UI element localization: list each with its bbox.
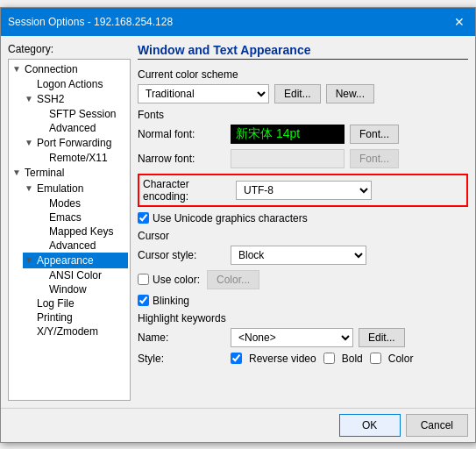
highlight-style-label: Style:: [138, 353, 225, 365]
close-button[interactable]: ✕: [451, 13, 468, 31]
tree-item-terminal[interactable]: ▼ Terminal: [11, 165, 128, 181]
color-button: Color...: [207, 270, 259, 289]
highlight-name-label: Name:: [138, 331, 225, 344]
narrow-font-row: Narrow font: Font...: [138, 149, 468, 168]
highlight-name-row: Name: <None> Edit...: [138, 328, 468, 347]
narrow-font-button: Font...: [350, 149, 399, 168]
tree-item-emulation[interactable]: ▼ Emulation: [23, 181, 128, 196]
highlight-keywords-label: Highlight keywords: [138, 312, 468, 324]
cursor-style-label: Cursor style:: [138, 249, 225, 261]
narrow-font-label: Narrow font:: [138, 153, 225, 165]
tree-label-connection: Connection: [25, 63, 78, 75]
tree-item-emacs[interactable]: Emacs: [35, 210, 128, 224]
tree-children-port: Remote/X11: [23, 151, 128, 165]
fonts-label: Fonts: [138, 109, 468, 121]
color-checkbox[interactable]: [370, 353, 381, 364]
category-tree: ▼ Connection Logon Actions ▼ SSH2: [8, 59, 131, 401]
reverse-video-label: Reverse video: [249, 353, 316, 365]
tree-children-appearance: ANSI Color Window: [23, 268, 128, 296]
tree-children-ssh2: SFTP Session Advanced: [23, 107, 128, 135]
color-scheme-row: Traditional Edit... New...: [138, 84, 468, 103]
char-encoding-select[interactable]: UTF-8: [236, 181, 372, 200]
tree-label-printing: Printing: [37, 311, 73, 324]
tree-label-logon-actions: Logon Actions: [37, 78, 103, 90]
expand-icon-port: ▼: [25, 138, 35, 147]
tree-item-ssh2[interactable]: ▼ SSH2: [23, 91, 128, 107]
tree-item-port-forwarding[interactable]: ▼ Port Forwarding: [23, 135, 128, 151]
color-label: Color: [388, 353, 414, 365]
blinking-checkbox[interactable]: [138, 295, 149, 306]
use-unicode-checkbox[interactable]: [138, 212, 149, 224]
tree-item-connection[interactable]: ▼ Connection: [11, 61, 128, 77]
tree-label-ssh2: SSH2: [37, 93, 64, 105]
color-scheme-edit-button[interactable]: Edit...: [274, 84, 321, 103]
char-encoding-label: Character encoding:: [143, 178, 231, 203]
tree-label-remote-x11: Remote/X11: [49, 152, 108, 164]
tree-children-terminal: ▼ Emulation Modes Emacs: [11, 181, 128, 339]
normal-font-label: Normal font:: [138, 128, 225, 140]
expand-icon-connection: ▼: [12, 64, 23, 74]
tree-label-modes: Modes: [49, 197, 81, 210]
dialog-body: Category: ▼ Connection Logon Actions: [1, 36, 475, 408]
session-options-dialog: Session Options - 192.168.254.128 ✕ Cate…: [0, 7, 476, 443]
cursor-style-row: Cursor style: Block: [138, 246, 468, 265]
style-options: Reverse video Bold Color: [231, 353, 413, 365]
expand-icon-ssh2: ▼: [25, 94, 35, 103]
tree-item-window[interactable]: Window: [35, 282, 128, 296]
footer: OK Cancel: [1, 408, 475, 442]
reverse-video-checkbox[interactable]: [231, 353, 242, 364]
tree-label-advanced-ssh: Advanced: [49, 122, 96, 134]
tree-item-mapped-keys[interactable]: Mapped Keys: [35, 224, 128, 239]
tree-item-modes[interactable]: Modes: [35, 196, 128, 210]
font-preview: 新宋体 14pt: [231, 125, 345, 144]
tree-item-sftp[interactable]: SFTP Session: [35, 107, 128, 121]
expand-icon-emulation: ▼: [25, 183, 35, 193]
tree-label-window: Window: [49, 283, 87, 296]
font-preview-text: 新宋体 14pt: [236, 126, 300, 142]
tree-label-ansi-color: ANSI Color: [49, 269, 102, 282]
tree-item-ansi-color[interactable]: ANSI Color: [35, 268, 128, 282]
tree-label-log-file: Log File: [37, 297, 75, 310]
tree-children-connection: Logon Actions ▼ SSH2 SFTP Session: [11, 77, 128, 165]
cursor-style-select[interactable]: Block: [231, 246, 366, 265]
tree-label-emacs: Emacs: [49, 211, 82, 224]
tree-label-mapped-keys: Mapped Keys: [49, 225, 113, 238]
ok-button[interactable]: OK: [339, 414, 401, 437]
tree-label-xyzmodem: X/Y/Zmodem: [37, 325, 98, 338]
tree-item-xyzmodem[interactable]: X/Y/Zmodem: [23, 324, 128, 339]
title-bar: Session Options - 192.168.254.128 ✕: [1, 8, 475, 36]
tree-item-printing[interactable]: Printing: [23, 310, 128, 324]
character-encoding-row: Character encoding: UTF-8: [138, 174, 468, 207]
tree-label-appearance: Appearance: [37, 254, 94, 267]
tree-children-emulation: Modes Emacs Mapped Keys Advanced: [23, 196, 128, 253]
use-unicode-label: Use Unicode graphics characters: [153, 212, 308, 224]
category-panel: Category: ▼ Connection Logon Actions: [8, 43, 131, 401]
tree-label-advanced-term: Advanced: [49, 239, 96, 252]
tree-item-remote-x11[interactable]: Remote/X11: [35, 151, 128, 165]
bold-checkbox[interactable]: [323, 353, 335, 364]
use-color-row: Use color: Color...: [138, 270, 468, 289]
use-color-label: Use color:: [153, 274, 200, 286]
tree-item-advanced-ssh[interactable]: Advanced: [35, 121, 128, 135]
expand-icon-terminal: ▼: [12, 167, 23, 177]
use-color-checkbox[interactable]: [138, 274, 149, 285]
color-scheme-select[interactable]: Traditional: [138, 84, 269, 103]
cancel-button[interactable]: Cancel: [406, 414, 468, 437]
section-title: Window and Text Appearance: [138, 43, 468, 60]
color-scheme-label: Current color scheme: [138, 68, 468, 81]
category-label: Category:: [8, 43, 131, 55]
font-button[interactable]: Font...: [350, 125, 399, 144]
blinking-label: Blinking: [153, 295, 189, 307]
highlight-style-row: Style: Reverse video Bold Color: [138, 353, 468, 365]
tree-item-advanced-term[interactable]: Advanced: [35, 239, 128, 253]
dialog-title: Session Options - 192.168.254.128: [8, 16, 173, 28]
highlight-edit-button[interactable]: Edit...: [359, 328, 405, 347]
tree-item-appearance[interactable]: ▼ Appearance: [23, 253, 128, 268]
tree-label-sftp: SFTP Session: [49, 108, 116, 120]
tree-item-log-file[interactable]: Log File: [23, 296, 128, 310]
highlight-name-select[interactable]: <None>: [231, 328, 353, 347]
expand-icon-appearance: ▼: [25, 255, 35, 265]
tree-item-logon-actions[interactable]: Logon Actions: [23, 77, 128, 91]
color-scheme-new-button[interactable]: New...: [326, 84, 374, 103]
main-panel: Window and Text Appearance Current color…: [138, 43, 468, 401]
